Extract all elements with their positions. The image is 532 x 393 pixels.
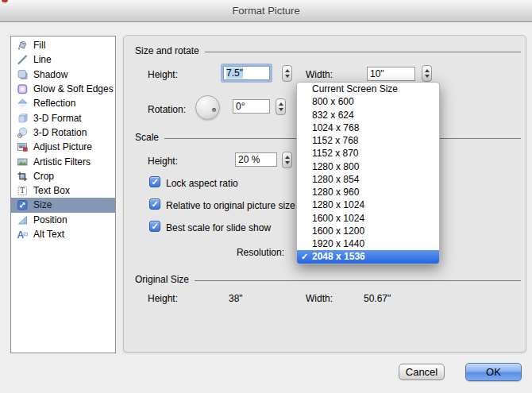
height-field[interactable]: 7.5" — [223, 66, 270, 80]
sidebar-item-label: Size — [33, 199, 52, 210]
resolution-option-1600-x-1024[interactable]: 1600 x 1024 — [297, 212, 439, 225]
resolution-option-832-x-624[interactable]: 832 x 624 — [297, 109, 439, 121]
sphere-rotation-icon — [17, 127, 29, 138]
original-width-label: Width: — [306, 293, 333, 304]
resolution-option-label: 1280 x 800 — [312, 161, 359, 172]
resolution-option-current-screen-size[interactable]: Current Screen Size — [297, 83, 439, 95]
sidebar-item-artistic-filters[interactable]: Artistic Filters — [11, 154, 115, 168]
sidebar-item-3-d-format[interactable]: 3-D Format — [11, 110, 115, 125]
cancel-button[interactable]: Cancel — [399, 364, 445, 380]
checkmark-icon: ✓ — [301, 250, 308, 263]
height-stepper[interactable] — [282, 65, 292, 82]
window-title: Format Picture — [0, 5, 532, 17]
resolution-option-1280-x-854[interactable]: 1280 x 854 — [297, 173, 439, 186]
section-title: Scale — [135, 132, 159, 143]
height-field-value: 7.5" — [226, 67, 243, 79]
sidebar-item-crop[interactable]: Crop — [11, 169, 115, 183]
resolution-option-1920-x-1440[interactable]: 1920 x 1440 — [297, 237, 439, 250]
section-title: Size and rotate — [135, 45, 199, 56]
resolution-option-2048-x-1536[interactable]: ✓2048 x 1536 — [297, 250, 439, 263]
sidebar-item-label: Fill — [33, 40, 45, 51]
sidebar-item-glow-soft-edges[interactable]: Glow & Soft Edges — [11, 82, 115, 96]
section-size-and-rotate: Size and rotate — [135, 45, 521, 56]
height-label: Height: — [148, 69, 178, 80]
rotation-label: Rotation: — [148, 104, 186, 115]
sidebar-item-label: Shadow — [33, 69, 67, 80]
sidebar-item-text-box[interactable]: TText Box — [11, 183, 115, 198]
relative-to-original-checkbox[interactable]: ✓ — [149, 198, 160, 210]
checkmark-icon: ✓ — [151, 177, 158, 187]
original-height-label: Height: — [148, 293, 178, 304]
resolution-option-1280-x-960[interactable]: 1280 x 960 — [297, 186, 439, 198]
line-icon — [17, 54, 29, 65]
checkmark-icon: ✓ — [151, 222, 158, 231]
sidebar-item-label: Position — [33, 214, 67, 225]
resolution-option-1024-x-768[interactable]: 1024 x 768 — [297, 121, 439, 134]
sidebar-item-shadow[interactable]: Shadow — [11, 67, 115, 82]
resolution-option-label: 800 x 600 — [312, 96, 354, 107]
sidebar-item-label: Reflection — [33, 98, 75, 109]
sidebar-item-line[interactable]: Line — [11, 52, 115, 67]
checkmark-icon: ✓ — [151, 199, 158, 209]
resolution-option-1600-x-1200[interactable]: 1600 x 1200 — [297, 225, 439, 237]
stepper-up-icon — [425, 69, 430, 72]
stepper-up-icon — [285, 69, 290, 72]
scale-height-label: Height: — [148, 156, 178, 167]
width-label: Width: — [306, 69, 333, 80]
resolution-option-label: 1024 x 768 — [312, 122, 359, 133]
rotation-field[interactable]: 0° — [233, 99, 270, 114]
sidebar-item-label: Text Box — [33, 185, 70, 196]
sidebar-item-3-d-rotation[interactable]: 3-D Rotation — [11, 125, 115, 140]
resolution-option-label: 1280 x 854 — [312, 174, 359, 185]
width-field-value: 10" — [370, 68, 384, 79]
resolution-option-1280-x-800[interactable]: 1280 x 800 — [297, 160, 439, 173]
sidebar-item-label: Crop — [33, 171, 54, 182]
sidebar-item-label: Artistic Filters — [33, 156, 91, 168]
sidebar-item-label: 3-D Format — [33, 113, 82, 124]
resolution-option-label: 1152 x 870 — [312, 148, 359, 159]
resolution-option-label: 1152 x 768 — [312, 135, 359, 146]
resolution-option-800-x-600[interactable]: 800 x 600 — [297, 95, 439, 108]
section-title: Original Size — [135, 274, 189, 285]
position-ruler-icon — [17, 214, 29, 225]
section-rule — [205, 52, 521, 52]
crop-icon — [17, 171, 29, 182]
sidebar-item-position[interactable]: Position — [11, 213, 115, 227]
resolution-option-label: 1600 x 1024 — [312, 213, 364, 224]
original-height-value: 38" — [229, 293, 243, 304]
sidebar-item-label: 3-D Rotation — [33, 127, 87, 138]
sidebar-item-adjust-picture[interactable]: Adjust Picture — [11, 140, 115, 154]
glow-soft-edges-icon — [17, 83, 29, 94]
sidebar-item-fill[interactable]: Fill — [11, 38, 115, 52]
resolution-option-label: 1920 x 1440 — [312, 238, 364, 249]
lock-aspect-ratio-label: Lock aspect ratio — [166, 178, 238, 189]
stepper-up-icon — [285, 156, 290, 159]
width-stepper[interactable] — [422, 65, 432, 82]
resolution-option-label: Current Screen Size — [312, 83, 398, 94]
original-width-value: 50.67" — [364, 293, 391, 304]
resolution-option-label: 1280 x 960 — [312, 187, 359, 198]
alt-text-icon: A — [17, 229, 29, 240]
best-scale-checkbox[interactable]: ✓ — [149, 221, 160, 232]
scale-height-field[interactable]: 20 % — [235, 152, 277, 167]
resolution-option-1152-x-768[interactable]: 1152 x 768 — [297, 134, 439, 147]
scale-height-stepper[interactable] — [282, 152, 292, 168]
scale-height-field-value: 20 % — [238, 154, 260, 165]
red-dot-artifact — [2, 0, 8, 2]
resolution-label: Resolution: — [226, 247, 284, 258]
rotation-stepper[interactable] — [276, 98, 286, 115]
sidebar-item-size[interactable]: Size — [11, 198, 115, 212]
resolution-option-label: 1280 x 1024 — [312, 199, 364, 210]
ok-button[interactable]: OK — [465, 363, 522, 381]
lock-aspect-ratio-checkbox[interactable]: ✓ — [149, 176, 160, 187]
rotation-knob[interactable] — [195, 95, 220, 120]
resolution-option-1152-x-870[interactable]: 1152 x 870 — [297, 147, 439, 160]
sidebar-item-reflection[interactable]: Reflection — [11, 96, 115, 110]
resolution-option-1280-x-1024[interactable]: 1280 x 1024 — [297, 198, 439, 211]
section-original-size: Original Size — [135, 274, 521, 285]
sidebar-item-alt-text[interactable]: AAlt Text — [11, 227, 115, 241]
titlebar: Format Picture — [0, 0, 532, 22]
stepper-down-icon — [285, 75, 290, 78]
adjust-picture-icon — [17, 141, 29, 152]
width-field[interactable]: 10" — [367, 67, 415, 81]
